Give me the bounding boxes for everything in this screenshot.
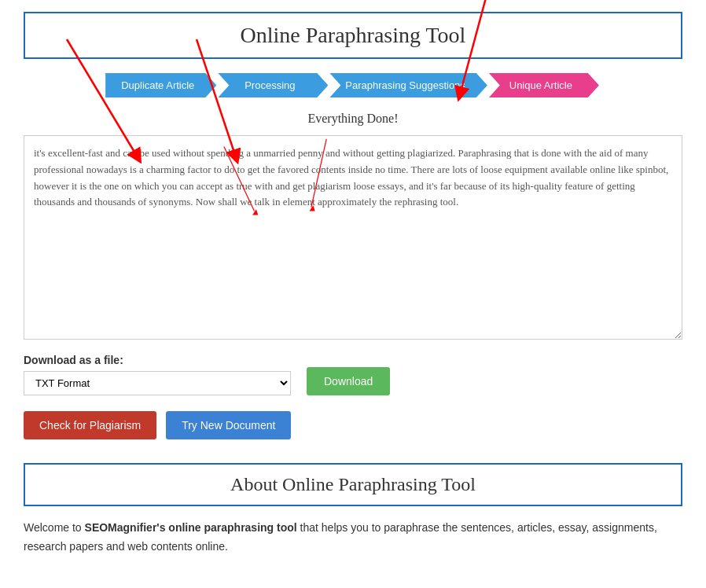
steps-bar: Duplicate Article Processing Paraphrasin… <box>24 73 682 97</box>
about-title: About Online Paraphrasing Tool <box>41 474 665 495</box>
check-plagiarism-button[interactable]: Check for Plagiarism <box>24 411 156 439</box>
status-message: Everything Done! <box>24 112 682 126</box>
try-new-document-button[interactable]: Try New Document <box>166 411 291 439</box>
download-left: Download as a file: TXT Format DOC Forma… <box>24 354 291 395</box>
content-wrapper: it's excellent-fast and can be used with… <box>24 135 682 340</box>
download-arrows-wrapper: Download as a file: TXT Format DOC Forma… <box>24 354 682 439</box>
download-button[interactable]: Download <box>307 367 390 395</box>
about-text: Welcome to SEOMagnifier's online paraphr… <box>24 519 682 557</box>
download-label: Download as a file: <box>24 354 291 366</box>
step-duplicate-article: Duplicate Article <box>105 73 216 97</box>
step-unique-article: Unique Article <box>489 73 599 97</box>
action-buttons: Check for Plagiarism Try New Document <box>24 411 682 439</box>
step-label: Processing <box>245 79 295 91</box>
page-title: Online Paraphrasing Tool <box>41 23 665 48</box>
download-section: Download as a file: TXT Format DOC Forma… <box>24 354 682 395</box>
format-select[interactable]: TXT Format DOC Format PDF Format <box>24 371 291 395</box>
step-label: Unique Article <box>509 79 572 91</box>
about-title-box: About Online Paraphrasing Tool <box>24 463 682 506</box>
step-label: Duplicate Article <box>121 79 194 91</box>
article-textarea[interactable]: it's excellent-fast and can be used with… <box>24 135 682 340</box>
about-bold: SEOMagnifier's online paraphrasing tool <box>85 521 297 534</box>
step-paraphrasing-suggestions: Paraphrasing Suggestions <box>329 73 487 97</box>
step-processing: Processing <box>218 73 328 97</box>
page-title-box: Online Paraphrasing Tool <box>24 12 682 59</box>
step-label: Paraphrasing Suggestions <box>345 79 465 91</box>
